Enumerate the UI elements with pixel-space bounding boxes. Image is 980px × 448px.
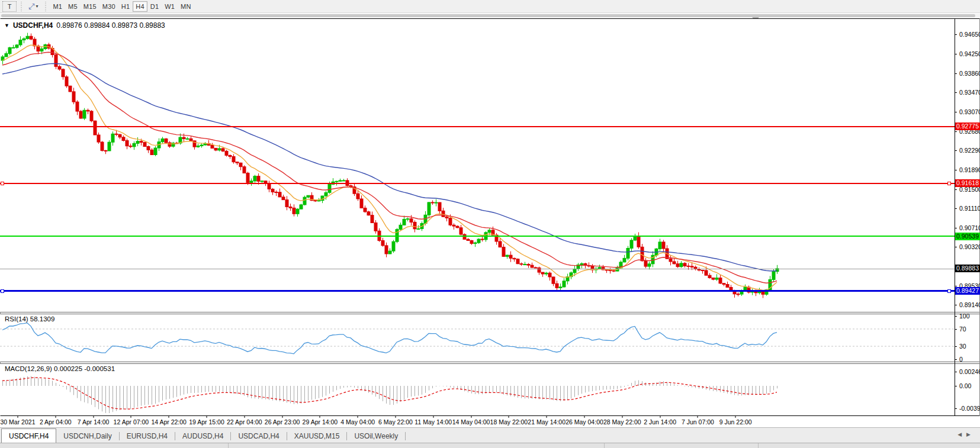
rsi-axis-tick (955, 316, 957, 317)
timeframe-w1-button[interactable]: W1 (162, 1, 178, 12)
panel-separator[interactable] (0, 312, 980, 312)
time-axis-tick (131, 415, 131, 418)
tab-separator (405, 432, 406, 440)
price-axis-label: 0.92290 (959, 147, 980, 154)
tab-usdcnh-daily[interactable]: USDCNH,Daily (56, 430, 118, 443)
chart-scrollbar-track[interactable] (0, 14, 980, 18)
time-axis-label: 14 May 04:00 (452, 418, 490, 426)
time-axis-label: 19 Apr 15:00 (189, 418, 224, 426)
chart-ohlc-values: 0.89876 0.89884 0.89873 0.89883 (56, 21, 165, 30)
text-tool-button[interactable]: T (2, 1, 17, 12)
time-axis-tick (622, 415, 622, 418)
rsi-axis-label: 100 (959, 312, 980, 320)
rsi-axis-tick (955, 346, 957, 347)
timeframe-m5-button[interactable]: M5 (65, 1, 81, 12)
time-axis-label: 14 Apr 22:00 (151, 418, 187, 426)
price-axis-tick (955, 54, 957, 54)
rsi-axis-label: 0 (959, 356, 980, 363)
macd-panel-canvas[interactable] (0, 364, 955, 415)
time-axis-tick (320, 415, 320, 418)
time-axis-label: 28 May 22:00 (603, 418, 641, 426)
chart-scrollbar-thumb[interactable] (1, 14, 975, 17)
time-axis-tick (547, 415, 547, 418)
time-axis-tick (660, 415, 660, 418)
timeframe-mn-button[interactable]: MN (178, 1, 194, 12)
time-axis-label: 30 Mar 2021 (1, 418, 36, 426)
chevron-down-icon: ▾ (36, 4, 38, 9)
line-anchor-marker[interactable] (947, 289, 951, 293)
rsi-line (2, 323, 777, 354)
time-axis-tick (55, 415, 56, 418)
price-axis-line (955, 18, 955, 416)
price-axis-tick (955, 112, 957, 112)
time-axis-label: 11 May 14:00 (415, 418, 452, 426)
price-line-badge: 0.92775 (955, 123, 980, 130)
tab-scroll-left-icon[interactable]: ◀ (957, 431, 966, 437)
panel-separator[interactable] (0, 362, 980, 362)
chevron-down-icon[interactable]: ▼ (4, 22, 9, 28)
rsi-panel-canvas[interactable] (0, 314, 955, 362)
timeframe-h4-button[interactable]: H4 (133, 1, 147, 12)
time-axis-label: 29 Apr 14:00 (303, 418, 338, 426)
price-line-badge: 0.89427 (955, 287, 980, 295)
tab-usdcad-h4[interactable]: USDCAD,H4 (231, 430, 286, 443)
price-axis-label: 0.90710 (959, 224, 980, 231)
chart-title: ▼ USDCHF,H4 0.89876 0.89884 0.89873 0.89… (4, 21, 165, 30)
tab-usoil-weekly[interactable]: USOil,Weekly (347, 430, 405, 443)
price-axis-label: 0.90320 (959, 243, 980, 250)
time-axis-tick (358, 415, 358, 418)
tab-audusd-h4[interactable]: AUDUSD,H4 (175, 430, 230, 443)
time-axis-label: 9 Jun 22:00 (719, 418, 752, 426)
current-price-line (0, 269, 955, 269)
horizontal-line-object[interactable] (0, 236, 955, 237)
price-line-badge: 0.90539 (955, 233, 980, 240)
tab-usdchf-h4[interactable]: USDCHF,H4 (1, 428, 56, 443)
rsi-axis-label: 70 (959, 325, 980, 333)
rsi-axis-tick (955, 359, 957, 360)
tab-scroll-right-icon[interactable]: ▶ (966, 431, 975, 437)
line-anchor-marker[interactable] (947, 182, 951, 185)
tab-eurusd-h4[interactable]: EURUSD,H4 (120, 430, 175, 443)
tab-scroll-arrows[interactable]: ◀▶ (957, 431, 975, 437)
horizontal-line-object[interactable] (0, 126, 955, 127)
scrollbar-divider (228, 443, 229, 448)
horizontal-line-object[interactable] (0, 290, 955, 292)
price-axis-tick (955, 305, 957, 305)
timeframe-d1-button[interactable]: D1 (147, 1, 162, 12)
symbols-button[interactable]: ⤢ ▾ (25, 1, 41, 12)
macd-axis-label: 0.002465 (959, 368, 980, 375)
price-axis-tick (955, 34, 957, 35)
timeframe-h1-button[interactable]: H1 (118, 1, 133, 12)
price-axis-label: 0.93860 (959, 70, 980, 77)
chart-symbol-label: USDCHF,H4 (13, 21, 53, 30)
line-anchor-marker[interactable] (1, 182, 4, 185)
time-axis-label: 6 May 22:00 (378, 418, 413, 426)
price-axis-tick (955, 73, 957, 74)
price-axis-tick (955, 228, 957, 228)
macd-axis-label: -0.003939 (959, 405, 980, 412)
price-axis-label: 0.91890 (959, 166, 980, 173)
rsi-chart[interactable] (0, 314, 955, 362)
macd-chart[interactable] (0, 364, 955, 415)
price-axis-tick (955, 131, 957, 132)
toolbar: T ⤢ ▾ M1 M5 M15 M30 H1 H4 D1 W1 MN (0, 0, 980, 13)
symbols-arrows-icon: ⤢ (28, 2, 34, 10)
timeframe-m30-button[interactable]: M30 (99, 1, 118, 12)
timeframe-m15-button[interactable]: M15 (81, 1, 99, 12)
time-axis-tick (698, 415, 698, 418)
time-axis-tick (584, 415, 585, 418)
rsi-axis-label: 30 (959, 343, 980, 350)
line-anchor-marker[interactable] (1, 289, 4, 293)
horizontal-line-object[interactable] (0, 183, 955, 184)
time-axis-tick (169, 415, 169, 418)
time-axis-tick (244, 415, 245, 418)
time-axis-tick (396, 415, 396, 418)
tab-xauusd-m15[interactable]: XAUUSD,M15 (287, 430, 347, 443)
time-axis-tick (18, 415, 18, 418)
macd-axis-tick (955, 372, 957, 372)
time-axis-tick (735, 415, 736, 418)
bottom-scrollbar[interactable] (0, 443, 980, 448)
price-axis-label: 0.93470 (959, 89, 980, 96)
timeframe-m1-button[interactable]: M1 (50, 1, 65, 12)
rsi-axis-tick (955, 329, 957, 330)
